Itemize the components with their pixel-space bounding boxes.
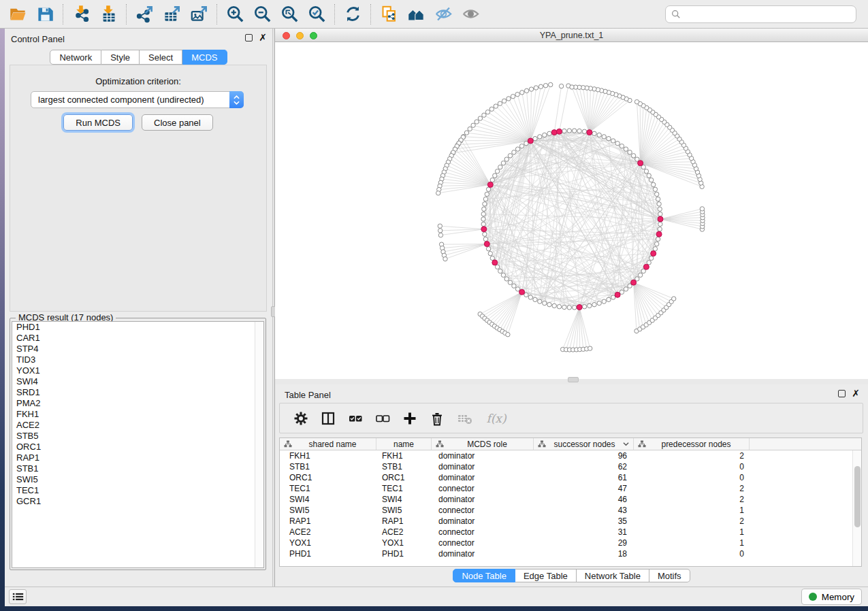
show-all-button[interactable] [457, 2, 484, 27]
mcds-result-item[interactable]: ORC1 [12, 442, 263, 452]
table-row[interactable]: TEC1TEC1connector472 [280, 483, 861, 494]
memory-button[interactable]: Memory [801, 589, 862, 605]
network-graph[interactable] [275, 42, 868, 379]
search-icon [671, 10, 681, 19]
mcds-result-item[interactable]: RAP1 [12, 452, 263, 463]
tab-mcds[interactable]: MCDS [182, 50, 227, 65]
mcds-result-item[interactable]: PMA2 [12, 398, 263, 409]
zoom-out-icon [253, 5, 272, 23]
mcds-result-item[interactable]: GCR1 [12, 496, 263, 507]
column-header-shared-name[interactable]: shared name [280, 438, 376, 450]
zoom-out-button[interactable] [248, 2, 276, 27]
table-row[interactable]: ORC1ORC1dominator610 [280, 472, 861, 483]
column-header-MCDS-role[interactable]: MCDS role [432, 438, 534, 450]
table-scrollbar-thumb[interactable] [854, 466, 861, 527]
delete-column-button[interactable] [427, 407, 447, 430]
network-canvas[interactable] [275, 42, 868, 379]
import-network-button[interactable] [67, 2, 95, 27]
table-header: shared namenameMCDS rolesuccessor nodesp… [280, 438, 861, 450]
export-network-button[interactable] [131, 2, 158, 27]
show-columns-button[interactable] [318, 407, 338, 430]
table-options-gear-button[interactable] [291, 407, 311, 430]
export-network-icon [135, 5, 154, 23]
dropdown-stepper-icon [229, 91, 244, 108]
apply-layout-button[interactable] [339, 2, 366, 27]
mcds-result-item[interactable]: SWI5 [12, 474, 263, 485]
open-session-button[interactable] [4, 2, 31, 27]
save-session-icon [36, 5, 54, 23]
mcds-result-item[interactable]: FKH1 [12, 409, 263, 420]
horizontal-splitter-grip[interactable] [568, 377, 579, 382]
mcds-list-scrollbar[interactable] [255, 322, 263, 567]
control-panel-titlebar: Control Panel ✗ [5, 29, 272, 48]
mcds-result-item[interactable]: TID3 [12, 354, 263, 365]
mcds-result-item[interactable]: CAR1 [12, 333, 263, 344]
float-panel-icon[interactable] [245, 34, 253, 42]
unselect-all-checkboxes-button[interactable] [372, 407, 393, 430]
save-session-button[interactable] [31, 2, 59, 27]
task-history-button[interactable] [9, 589, 27, 604]
export-image-button[interactable] [185, 2, 212, 27]
export-table-button[interactable] [158, 2, 185, 27]
float-table-panel-icon[interactable] [838, 390, 846, 397]
tab-edge-table[interactable]: Edge Table [515, 569, 577, 582]
add-column-icon [402, 411, 417, 426]
mcds-result-item[interactable]: STB5 [12, 431, 263, 442]
sort-descending-icon [623, 442, 629, 446]
function-builder-button[interactable]: f(x) [481, 407, 511, 430]
mcds-result-item[interactable]: STB1 [12, 463, 263, 474]
mcds-result-item[interactable]: STP4 [12, 344, 263, 354]
search-box[interactable] [665, 5, 856, 23]
toolbar-buttons [4, 2, 484, 27]
column-header-successor-nodes[interactable]: successor nodes [534, 438, 634, 450]
table-row[interactable]: SWI5SWI5connector431 [280, 505, 861, 516]
mcds-result-item[interactable]: SWI4 [12, 376, 263, 387]
toolbar-separator [216, 4, 217, 24]
first-neighbors-button[interactable] [402, 2, 430, 27]
table-row[interactable]: ACE2ACE2connector311 [280, 527, 861, 538]
table-tabs: Node TableEdge TableNetwork TableMotifs [275, 569, 868, 582]
clone-network-button[interactable] [375, 2, 402, 27]
table-row[interactable]: PHD1PHD1dominator180 [280, 548, 861, 559]
column-header-name[interactable]: name [376, 438, 432, 450]
close-panel-button[interactable]: Close panel [142, 114, 213, 131]
node-table: shared namenameMCDS rolesuccessor nodesp… [279, 437, 862, 567]
tab-node-table[interactable]: Node Table [453, 569, 515, 582]
select-all-checkboxes-button[interactable] [345, 407, 366, 430]
search-input[interactable] [685, 10, 850, 20]
table-row[interactable]: YOX1YOX1connector291 [280, 538, 861, 548]
horizontal-splitter[interactable] [275, 379, 868, 384]
tab-select[interactable]: Select [140, 50, 182, 65]
table-row[interactable]: FKH1FKH1dominator962 [280, 450, 861, 461]
zoom-selected-icon [308, 5, 326, 23]
hide-selected-button[interactable] [430, 2, 457, 27]
mcds-result-item[interactable]: ACE2 [12, 420, 263, 431]
table-row[interactable]: RAP1RAP1dominator352 [280, 516, 861, 527]
tab-network[interactable]: Network [50, 50, 101, 65]
zoom-in-button[interactable] [221, 2, 248, 27]
zoom-selected-button[interactable] [303, 2, 330, 27]
import-table-button[interactable] [95, 2, 122, 27]
run-mcds-button[interactable]: Run MCDS [63, 114, 133, 131]
mcds-result-item[interactable]: YOX1 [12, 365, 263, 376]
mcds-result-item[interactable]: PHD1 [12, 322, 263, 333]
clone-network-icon [380, 5, 398, 23]
column-header-predecessor-nodes[interactable]: predecessor nodes [634, 438, 750, 450]
tab-network-table[interactable]: Network Table [577, 569, 649, 582]
table-row[interactable]: SWI4SWI4dominator462 [280, 494, 861, 505]
add-column-button[interactable] [400, 407, 420, 430]
table-toolbar: f(x) [279, 403, 863, 433]
table-row[interactable]: STB1STB1dominator620 [280, 461, 861, 472]
network-titlebar[interactable]: YPA_prune.txt_1 [275, 29, 868, 42]
criterion-dropdown[interactable]: largest connected component (undirected) [31, 91, 244, 108]
mcds-result-item[interactable]: SRD1 [12, 387, 263, 398]
close-table-panel-icon[interactable]: ✗ [852, 390, 860, 397]
attribute-type-icon [638, 440, 646, 448]
tab-style[interactable]: Style [101, 50, 140, 65]
mcds-result-item[interactable]: TEC1 [12, 485, 263, 496]
close-panel-icon[interactable]: ✗ [259, 34, 267, 42]
tab-motifs[interactable]: Motifs [649, 569, 690, 582]
table-scrollbar[interactable] [852, 450, 861, 566]
zoom-fit-button[interactable] [276, 2, 303, 27]
delete-table-button[interactable] [454, 407, 475, 430]
